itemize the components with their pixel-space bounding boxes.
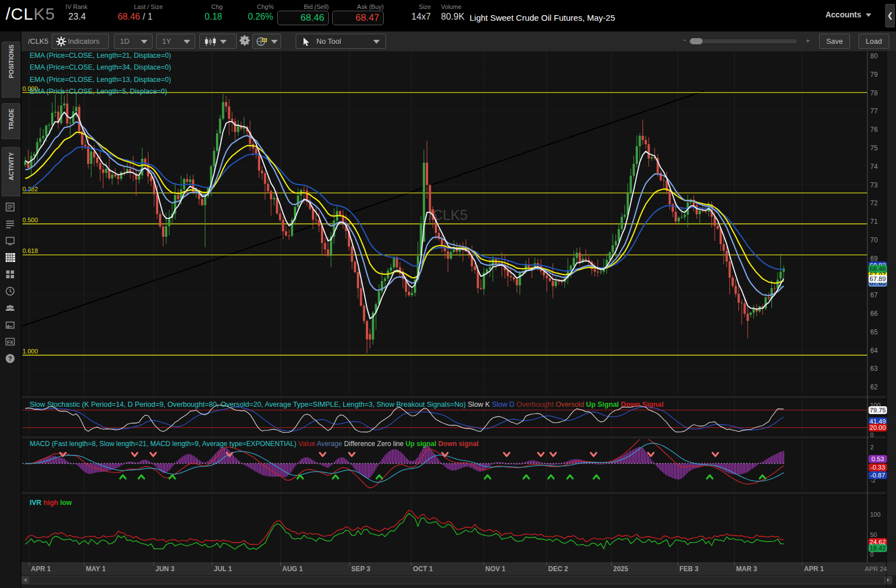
svg-text:78: 78 [870,89,878,97]
svg-text:/CLK5: /CLK5 [429,207,467,223]
svg-text:IVR high low: IVR high low [30,499,72,507]
svg-text:APR 24: APR 24 [865,566,887,572]
svg-text:OCT 1: OCT 1 [413,565,433,573]
svg-text:50: 50 [870,531,877,538]
svg-text:EMA (Price=CLOSE, Length=13, D: EMA (Price=CLOSE, Length=13, Displace=0) [30,76,171,84]
svg-text:0: 0 [870,431,874,438]
svg-text:67: 67 [870,291,878,299]
svg-text:76: 76 [870,126,878,134]
svg-text:67.89: 67.89 [870,275,886,282]
svg-text:EMA (Price=CLOSE, Length=34, D: EMA (Price=CLOSE, Length=34, Displace=0) [30,63,171,71]
svg-text:SEP 3: SEP 3 [351,565,370,573]
svg-text:80: 80 [870,52,878,60]
svg-text:64: 64 [870,347,878,355]
svg-text:100: 100 [870,511,880,518]
svg-text:70: 70 [870,236,878,244]
svg-text:DEC 2: DEC 2 [548,565,568,573]
svg-text:77: 77 [870,107,878,115]
svg-text:72: 72 [870,199,878,207]
svg-text:65: 65 [870,328,878,336]
svg-text:APR 1: APR 1 [31,565,51,573]
svg-text:68.46: 68.46 [870,265,886,272]
svg-text:AUG 1: AUG 1 [282,565,303,573]
svg-text:79.75: 79.75 [870,407,886,414]
svg-text:Slow Stochastic (K Period=14,: Slow Stochastic (K Period=14, D Period=9… [30,401,664,408]
svg-text:?: ? [8,355,12,362]
svg-text:JUN 3: JUN 3 [155,565,174,573]
svg-text:18.42: 18.42 [870,545,886,552]
svg-text:FEB 3: FEB 3 [679,565,699,573]
svg-text:0.500: 0.500 [22,217,38,223]
svg-text:-0.33: -0.33 [870,464,885,471]
svg-text:FX: FX [7,339,13,345]
svg-text:0.53: 0.53 [871,456,884,462]
svg-text:NOV 1: NOV 1 [485,565,506,573]
svg-text:1.000: 1.000 [22,348,38,355]
svg-text:74: 74 [870,163,878,171]
svg-text:JUL 1: JUL 1 [214,565,232,573]
svg-text:-0.87: -0.87 [870,472,885,479]
svg-text:63: 63 [870,365,878,373]
svg-text:EMA (Price=CLOSE, Length=21, D: EMA (Price=CLOSE, Length=21, Displace=0) [30,52,171,59]
svg-text:EMA (Price=CLOSE, Length=5, Di: EMA (Price=CLOSE, Length=5, Displace=0) [30,88,167,95]
svg-text:2025: 2025 [613,565,628,573]
svg-text:62: 62 [870,383,878,391]
svg-text:MAR 3: MAR 3 [736,565,757,573]
svg-text:0.618: 0.618 [22,247,38,254]
svg-text:66: 66 [870,310,878,318]
svg-text:71: 71 [870,218,878,226]
svg-text:MAY 1: MAY 1 [86,565,106,573]
svg-text:69: 69 [870,255,878,263]
svg-text:73: 73 [870,181,878,189]
svg-text:APR 1: APR 1 [804,565,824,573]
svg-text:20.00: 20.00 [870,424,886,431]
svg-text:MACD (Fast length=8, Slow leng: MACD (Fast length=8, Slow length=21, MAC… [30,440,479,448]
svg-text:79: 79 [870,71,878,79]
svg-text:2: 2 [870,444,874,451]
svg-text:75: 75 [870,144,878,152]
